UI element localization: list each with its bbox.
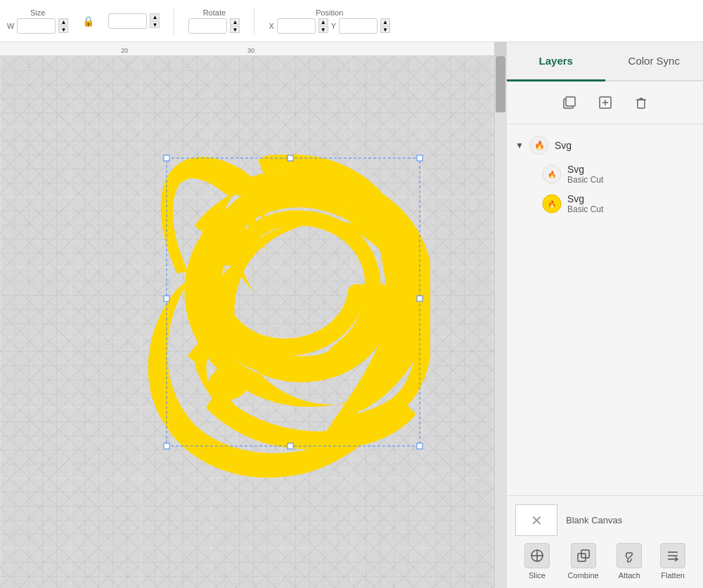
height-up[interactable]: ▲ (150, 13, 160, 20)
svg-rect-6 (288, 155, 293, 161)
blank-canvas-label: Blank Canvas (566, 515, 622, 525)
layer-item-icon-0: 🔥 (542, 164, 562, 184)
slice-label: Slice (529, 571, 546, 580)
add-icon (598, 95, 613, 110)
size-label: Size (30, 8, 45, 17)
position-label: Position (316, 8, 343, 17)
attach-label: Attach (619, 571, 640, 580)
chevron-down-icon: ▼ (515, 141, 524, 150)
y-input[interactable] (339, 18, 378, 34)
attach-button[interactable]: Attach (617, 543, 642, 580)
layer-item-0[interactable]: 🔥 Svg Basic Cut (507, 159, 703, 189)
layer-item-info-0: Svg Basic Cut (567, 164, 603, 185)
height-input[interactable] (108, 13, 147, 29)
layer-item-sub-1: Basic Cut (567, 204, 603, 214)
svg-text:🔥: 🔥 (534, 140, 544, 150)
divider-1 (174, 7, 174, 35)
ruler-mark-30: 30 (247, 47, 254, 54)
tab-layers[interactable]: Layers (507, 42, 605, 81)
svg-rect-3 (417, 155, 423, 161)
layer-item-1[interactable]: 🔥 Svg Basic Cut (507, 189, 703, 218)
svg-rect-7 (288, 443, 293, 449)
svg-text:🔥: 🔥 (548, 200, 557, 209)
top-toolbar: Size W ▲ ▼ 🔒 ▲ ▼ Rotate ▲ ▼ (0, 0, 703, 42)
layers-list[interactable]: ▼ 🔥 Svg 🔥 (507, 124, 703, 495)
combine-icon (571, 543, 596, 568)
blank-canvas-thumbnail (515, 504, 557, 536)
layer-group-svg: ▼ 🔥 Svg 🔥 (507, 131, 703, 218)
y-down[interactable]: ▼ (380, 26, 390, 33)
rotate-spinner[interactable]: ▲ ▼ (230, 18, 240, 33)
size-group: Size W ▲ ▼ (7, 8, 68, 34)
width-input[interactable] (17, 18, 56, 34)
x-spinner[interactable]: ▲ ▼ (318, 18, 328, 33)
y-up[interactable]: ▲ (380, 18, 390, 25)
svg-rect-5 (417, 443, 423, 449)
svg-rect-15 (638, 100, 645, 108)
combine-label: Combine (568, 571, 599, 580)
copy-layer-button[interactable] (557, 90, 582, 115)
rotate-input-row: ▲ ▼ (188, 18, 240, 34)
layer-item-name-0: Svg (567, 164, 603, 175)
canvas-grid[interactable] (0, 56, 494, 588)
x-up[interactable]: ▲ (318, 18, 328, 25)
height-group: ▲ ▼ (108, 13, 160, 29)
y-spinner[interactable]: ▲ ▼ (380, 18, 390, 33)
flatten-icon (660, 543, 685, 568)
position-group: Position X ▲ ▼ Y ▲ ▼ (269, 8, 390, 34)
rotate-group: Rotate ▲ ▼ (188, 8, 240, 34)
w-label: W (7, 22, 14, 30)
rotate-up[interactable]: ▲ (230, 18, 240, 25)
main-area: 20 30 (0, 42, 703, 588)
height-down[interactable]: ▼ (150, 21, 160, 28)
copy-icon (562, 95, 577, 110)
width-down[interactable]: ▼ (58, 26, 68, 33)
svg-rect-8 (164, 296, 169, 301)
slice-button[interactable]: Slice (524, 543, 550, 580)
x-down[interactable]: ▼ (318, 26, 328, 33)
canvas-content (65, 110, 430, 535)
width-spinner[interactable]: ▲ ▼ (58, 18, 68, 33)
ruler-mark-20: 20 (121, 47, 128, 54)
height-input-row: ▲ ▼ (108, 13, 160, 29)
rotate-label: Rotate (203, 8, 226, 17)
delete-layer-button[interactable] (628, 90, 654, 115)
width-up[interactable]: ▲ (58, 18, 68, 25)
lock-icon[interactable]: 🔒 (82, 15, 94, 27)
bottom-panel: Blank Canvas Slice (507, 495, 703, 588)
canvas-area[interactable]: 20 30 (0, 42, 506, 588)
panel-toolbar (507, 81, 703, 124)
position-input-row: X ▲ ▼ Y ▲ ▼ (269, 18, 390, 34)
group-layer-name: Svg (555, 140, 572, 151)
flatten-button[interactable]: Flatten (660, 543, 685, 580)
trash-icon (633, 95, 649, 110)
right-panel: Layers Color Sync (506, 42, 703, 588)
add-layer-button[interactable] (593, 90, 618, 115)
ruler-horizontal: 20 30 (0, 42, 494, 56)
rotate-input[interactable] (188, 18, 227, 34)
svg-text:🔥: 🔥 (548, 170, 557, 179)
slice-icon (524, 543, 550, 568)
group-layer-icon: 🔥 (529, 136, 549, 155)
tab-color-sync[interactable]: Color Sync (605, 42, 704, 81)
bottom-actions: Slice Combine (515, 543, 695, 580)
layer-item-name-1: Svg (567, 193, 603, 204)
height-spinner[interactable]: ▲ ▼ (150, 13, 160, 28)
divider-2 (254, 7, 254, 35)
svg-rect-11 (566, 97, 575, 106)
size-input-row: W ▲ ▼ (7, 18, 68, 34)
svg-rect-4 (164, 443, 169, 449)
attach-icon (617, 543, 642, 568)
blank-canvas-row: Blank Canvas (515, 504, 695, 536)
combine-button[interactable]: Combine (568, 543, 599, 580)
scrollbar-thumb[interactable] (496, 56, 505, 112)
layer-item-sub-0: Basic Cut (567, 175, 603, 185)
x-input[interactable] (277, 18, 316, 34)
layer-group-header[interactable]: ▼ 🔥 Svg (507, 131, 703, 159)
x-label: X (269, 22, 273, 30)
flatten-label: Flatten (661, 571, 685, 580)
scrollbar-vertical[interactable] (494, 56, 506, 588)
rotate-down[interactable]: ▼ (230, 26, 240, 33)
layer-item-icon-1: 🔥 (542, 194, 562, 214)
svg-rect-9 (417, 296, 423, 301)
